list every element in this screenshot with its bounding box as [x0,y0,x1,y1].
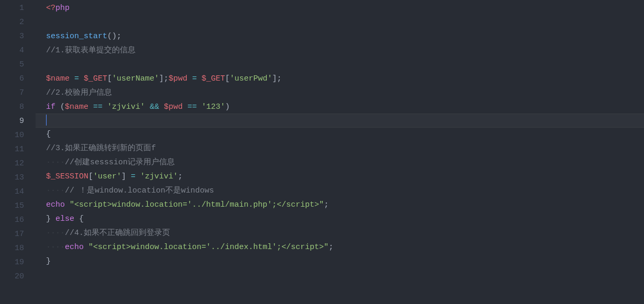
code-line[interactable]: ····echo "<script>window.location='../in… [36,240,644,254]
line-number: 4 [0,43,24,58]
line-number: 7 [0,86,24,100]
token-var: $pwd [164,103,183,111]
code-line[interactable]: { [36,127,644,141]
text-cursor [46,115,47,126]
token-default [79,74,84,83]
token-op: = [192,74,197,83]
token-default [135,172,140,181]
code-line[interactable]: //3.如果正确跳转到新的页面f [36,141,644,155]
token-op: = [74,74,79,83]
token-op: == [93,103,103,111]
line-number: 6 [0,72,24,86]
token-default [65,200,70,209]
code-line[interactable]: ····//创建sesssion记录用户信息 [36,155,644,170]
token-default [183,103,187,111]
code-line[interactable]: //2.校验用户信息 [36,86,644,100]
code-line[interactable]: $_SESSION['user'] = 'zjvivi'; [36,170,644,184]
token-default [103,103,107,111]
code-line[interactable]: $name = $_GET['userName'];$pwd = $_GET['… [36,72,644,86]
token-default [88,103,93,111]
line-number: 12 [0,156,24,171]
line-number: 2 [0,15,24,29]
token-default: ; [324,200,329,209]
token-comment: //创建sesssion记录用户信息 [65,158,175,167]
token-op: == [187,103,197,111]
token-default: ] [121,172,131,181]
line-number: 10 [0,128,24,142]
line-number: 18 [0,241,24,255]
token-comment: //2.校验用户信息 [46,88,112,97]
token-var: $name [46,74,70,83]
code-line[interactable]: } else { [36,212,644,226]
code-line[interactable] [36,114,644,128]
token-keyword: else [55,215,74,223]
line-number: 16 [0,213,24,227]
token-global: $_GET [201,74,225,83]
token-default: } [46,215,55,223]
code-line[interactable]: session_start(); [36,29,644,43]
code-line[interactable] [36,15,644,29]
token-default: [ [88,172,93,181]
token-comment: // ！是window.location不是windows [65,186,214,195]
code-area[interactable]: <?phpsession_start();//1.获取表单提交的信息$name … [36,0,644,304]
code-editor[interactable]: 1234567891011121314151617181920 <?phpses… [0,0,644,304]
code-line[interactable]: <?php [36,1,644,15]
token-keyword: echo [46,200,65,209]
token-default [84,243,88,252]
token-keyword: echo [65,243,84,252]
line-number: 5 [0,58,24,72]
token-var: $name [65,103,88,111]
line-number: 9 [0,114,24,128]
token-string: "<script>window.location='../index.html'… [88,243,329,252]
token-comment: //4.如果不正确跳回到登录页 [65,229,170,238]
token-default [159,103,164,111]
token-string: "<script>window.location='../html/main.p… [70,200,324,209]
token-default: ; [329,243,333,252]
token-default [187,74,192,83]
token-keyword: if [46,103,55,111]
line-number-gutter: 1234567891011121314151617181920 [0,0,36,304]
code-line[interactable]: if ($name == 'zjvivi' && $pwd == '123') [36,100,644,114]
line-number: 15 [0,199,24,213]
token-default: ]; [272,74,281,83]
token-string: 'zjvivi' [107,103,145,111]
token-string: '123' [201,103,225,111]
token-func: session_start [46,32,107,41]
line-number: 20 [0,269,24,284]
line-number: 17 [0,227,24,241]
token-ws: ···· [46,243,65,252]
token-op: && [150,103,159,111]
token-op: = [131,172,135,181]
token-string: 'zjvivi' [140,172,178,181]
token-default: ]; [159,74,168,83]
token-default: (); [107,32,121,41]
line-number: 3 [0,29,24,43]
code-line[interactable]: ····//4.如果不正确跳回到登录页 [36,226,644,240]
code-line[interactable]: //1.获取表单提交的信息 [36,43,644,58]
line-number: 1 [0,1,24,15]
token-default [145,103,150,111]
token-ws: ···· [46,229,65,238]
code-line[interactable] [36,268,644,283]
line-number: 8 [0,100,24,114]
token-comment: //1.获取表单提交的信息 [46,46,135,55]
line-number: 19 [0,255,24,269]
line-number: 11 [0,142,24,156]
token-ws: ···· [46,158,65,167]
token-default [70,74,74,83]
token-string: 'userName' [112,74,159,83]
token-ws: ···· [46,186,65,195]
code-line[interactable]: echo "<script>window.location='../html/m… [36,198,644,212]
code-line[interactable]: } [36,254,644,268]
token-default: [ [225,74,230,83]
token-string: 'userPwd' [230,74,272,83]
token-default: { [46,130,51,139]
code-line[interactable]: ····// ！是window.location不是windows [36,184,644,198]
token-default: } [46,257,51,266]
token-string: 'user' [93,172,121,181]
code-line[interactable] [36,58,644,72]
token-keyword: php [55,4,70,13]
token-default: ; [178,172,183,181]
token-global: $_GET [84,74,107,83]
token-tag: <? [46,4,55,13]
